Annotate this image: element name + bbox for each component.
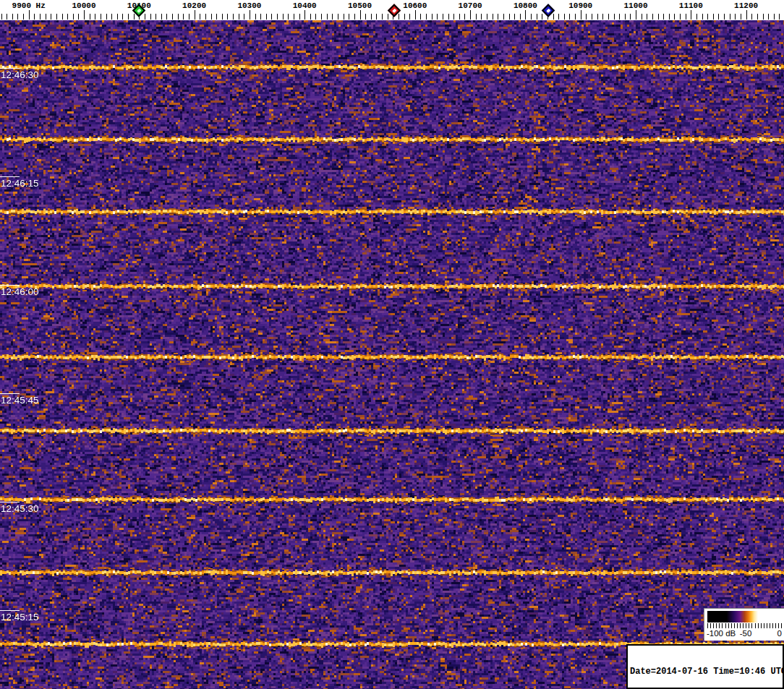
freq-tick-label: 10600 xyxy=(403,1,427,10)
freq-minor-tick xyxy=(774,14,775,20)
freq-minor-tick xyxy=(426,14,427,20)
freq-minor-tick xyxy=(255,14,256,20)
freq-minor-tick xyxy=(354,14,355,20)
freq-tick-label: 10800 xyxy=(514,1,537,10)
freq-minor-tick xyxy=(117,14,118,20)
freq-minor-tick xyxy=(183,14,184,20)
freq-tick-label: 10900 xyxy=(568,1,592,10)
time-label: 12:45:45 xyxy=(1,395,39,406)
freq-minor-tick xyxy=(763,14,764,20)
freq-minor-tick xyxy=(652,14,653,20)
freq-minor-tick xyxy=(172,14,173,20)
time-tick-mark xyxy=(0,68,20,69)
freq-minor-tick xyxy=(134,14,135,20)
freq-minor-tick xyxy=(321,14,322,20)
freq-minor-tick xyxy=(619,14,620,20)
freq-minor-tick xyxy=(674,14,675,20)
frequency-ruler[interactable]: 9900 Hz100001010010200103001040010500106… xyxy=(0,0,784,20)
freq-minor-tick xyxy=(602,14,603,20)
time-tick-mark xyxy=(0,502,20,502)
freq-minor-tick xyxy=(730,14,730,20)
freq-minor-tick xyxy=(575,14,576,20)
freq-major-tick xyxy=(636,10,636,20)
freq-minor-tick xyxy=(101,14,101,20)
freq-minor-tick xyxy=(332,14,333,20)
freq-minor-tick xyxy=(349,14,349,20)
freq-minor-tick xyxy=(503,14,504,20)
freq-minor-tick xyxy=(399,14,399,20)
color-scale-label-mid: -50 xyxy=(740,629,752,638)
freq-minor-tick xyxy=(597,14,598,20)
freq-minor-tick xyxy=(90,14,90,20)
freq-major-tick xyxy=(29,10,30,20)
freq-major-tick xyxy=(581,10,581,20)
freq-minor-tick xyxy=(779,14,780,20)
freq-minor-tick xyxy=(735,14,736,20)
spectrogram-window: 9900 Hz100001010010200103001040010500106… xyxy=(0,0,784,689)
freq-minor-tick xyxy=(62,14,63,20)
freq-minor-tick xyxy=(404,14,405,20)
freq-minor-tick xyxy=(647,14,647,20)
freq-minor-tick xyxy=(288,14,289,20)
freq-minor-tick xyxy=(537,14,537,20)
freq-minor-tick xyxy=(569,14,570,20)
freq-minor-tick xyxy=(178,14,179,20)
freq-tick-label: 10400 xyxy=(293,1,317,10)
freq-minor-tick xyxy=(150,14,151,20)
freq-minor-tick xyxy=(707,14,708,20)
freq-minor-tick xyxy=(111,14,112,20)
freq-minor-tick xyxy=(459,14,460,20)
color-scale-labels: -100 dB -50 0 xyxy=(704,629,784,640)
freq-minor-tick xyxy=(642,14,642,20)
freq-minor-tick xyxy=(630,14,631,20)
freq-minor-tick xyxy=(161,14,162,20)
freq-minor-tick xyxy=(277,14,278,20)
freq-minor-tick xyxy=(564,14,565,20)
color-scale-ticks xyxy=(707,623,782,628)
freq-minor-tick xyxy=(310,14,311,20)
freq-minor-tick xyxy=(696,14,697,20)
freq-minor-tick xyxy=(106,14,107,20)
freq-minor-tick xyxy=(409,14,410,20)
marker-center-dot xyxy=(546,8,550,12)
freq-minor-tick xyxy=(487,14,487,20)
freq-tick-label: 10500 xyxy=(348,1,372,10)
freq-minor-tick xyxy=(73,14,74,20)
freq-minor-tick xyxy=(122,14,123,20)
freq-minor-tick xyxy=(443,14,443,20)
freq-tick-label: 10700 xyxy=(459,1,482,10)
marker-center-dot xyxy=(137,8,141,12)
marker-center-dot xyxy=(392,8,396,12)
freq-major-tick xyxy=(195,10,195,20)
freq-minor-tick xyxy=(17,14,18,20)
time-label: 12:46:00 xyxy=(1,286,39,297)
freq-minor-tick xyxy=(299,14,300,20)
freq-major-tick xyxy=(525,10,526,20)
freq-minor-tick xyxy=(365,14,366,20)
freq-major-tick xyxy=(304,10,305,20)
freq-minor-tick xyxy=(266,14,267,20)
freq-tick-label: 10200 xyxy=(182,1,206,10)
freq-minor-tick xyxy=(200,14,200,20)
time-label: 12:46:15 xyxy=(1,178,39,189)
freq-minor-tick xyxy=(718,14,719,20)
freq-minor-tick xyxy=(56,14,57,20)
freq-minor-tick xyxy=(625,14,626,20)
freq-minor-tick xyxy=(233,14,234,20)
color-scale-label-max: 0 xyxy=(777,629,782,638)
freq-minor-tick xyxy=(509,14,510,20)
freq-minor-tick xyxy=(751,14,752,20)
color-scale-legend: -100 dB -50 0 xyxy=(704,608,784,641)
freq-minor-tick xyxy=(371,14,372,20)
freq-minor-tick xyxy=(34,14,35,20)
info-line-date: Date=2014-07-16 Time=10:46 UTC xyxy=(630,667,780,677)
freq-minor-tick xyxy=(498,14,498,20)
freq-minor-tick xyxy=(294,14,294,20)
freq-minor-tick xyxy=(531,14,532,20)
freq-minor-tick xyxy=(271,14,272,20)
freq-major-tick xyxy=(360,10,361,20)
freq-minor-tick xyxy=(553,14,554,20)
time-tick-mark xyxy=(0,285,20,286)
freq-minor-tick xyxy=(741,14,741,20)
freq-minor-tick xyxy=(155,14,156,20)
